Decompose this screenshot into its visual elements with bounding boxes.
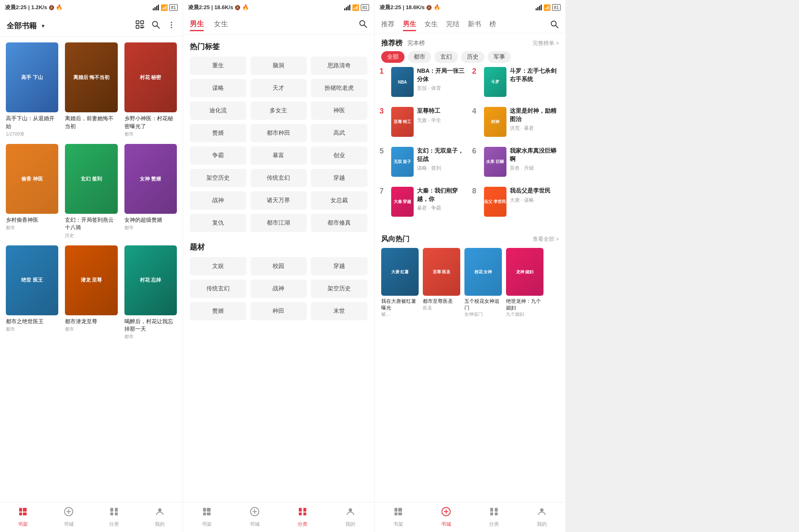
filter-pill-历史[interactable]: 历史 [461,51,484,63]
hot-tag-btn[interactable]: 都市种田 [251,124,307,142]
nav-label-书架: 书架 [18,521,28,528]
book-item[interactable]: 偷香 神医 乡村偷香神医 都市 [6,144,58,239]
hot-book-item[interactable]: 至尊 医圣 都市至尊医圣 医圣 [423,248,460,317]
book-item[interactable]: 玄幻 签到 玄幻：开局签到燕云十八骑 历史 [65,144,117,239]
book-title: 都市潜龙至尊 [65,318,117,325]
hot-tag-btn[interactable]: 暴富 [251,146,307,165]
book-item[interactable]: 离婚后 悔不当初 离婚后，前妻她悔不当初 [65,42,117,137]
rank-view-all[interactable]: 完整榜单 > [533,40,559,47]
rank-item[interactable]: 1 NBA NBA：开局一张三分体 竞技 · 体育 [380,67,468,97]
hot-book-item[interactable]: 龙神 媳妇 绝世龙神：九个媳妇 九个媳妇 [506,248,543,317]
hot-tag-btn[interactable]: 多女主 [251,101,307,120]
hot-section: 风向热门 查看全部 > 大唐 红薯 我在大唐被红薯曝光 被… 至尊 医圣 都市至… [375,229,566,322]
nav-item-我的[interactable]: 我的 [137,507,183,528]
hot-tag-btn[interactable]: 都市修真 [311,214,367,232]
rank-tags: 洪荒 · 暴君 [510,125,561,132]
hot-view-all-btn[interactable]: 查看全部 > [533,235,559,243]
nav-item-我的[interactable]: 我的 [326,507,374,528]
nav-item-分类[interactable]: 分类 [92,507,137,528]
hot-tag-btn[interactable]: 高武 [311,124,367,142]
book-item[interactable]: 村花 忘掉 喝醉后，村花让我忘掉那一天 都市 [124,245,177,340]
nav-item-书架[interactable]: 书架 [183,507,231,528]
more-icon[interactable] [167,20,176,31]
rankings-tab-女生[interactable]: 女生 [424,20,438,30]
rankings-tab-推荐[interactable]: 推荐 [381,20,395,30]
subject-tag-btn[interactable]: 种田 [251,302,307,320]
nav-item-分类[interactable]: 分类 [279,507,327,528]
subject-tag-btn[interactable]: 穿越 [311,257,367,275]
hot-tag-btn[interactable]: 传统玄幻 [251,169,307,187]
rank-item[interactable]: 2 斗罗 斗罗：左手七杀剑右手系统 [472,67,561,97]
hot-tag-btn[interactable]: 脑洞 [251,57,307,75]
bookshelf-panel: 凌晨2:25 | 1.2K/s 🔕 🔥 📶 81 全部书籍 ▾ [0,0,183,532]
hot-section-header: 风向热门 查看全部 > [381,234,559,244]
rank-item[interactable]: 3 至尊 特工 至尊特工 无敌 · 学生 [380,107,468,137]
book-item[interactable]: 高手 下山 高手下山：从退婚开始 1/2709章 [6,42,58,137]
rankings-tab-完结[interactable]: 完结 [446,20,459,30]
hot-tag-btn[interactable]: 复仇 [190,214,246,232]
hot-tag-btn[interactable]: 迪化流 [190,101,246,120]
search-icon[interactable] [151,20,160,31]
header-dropdown-icon[interactable]: ▾ [42,22,45,29]
subjects-grid: 文娱校园穿越传统玄幻战神架空历史赘婿种田末世 [183,257,374,324]
nav-item-书城[interactable]: 书城 [422,507,470,528]
subject-tag-btn[interactable]: 传统玄幻 [190,280,246,298]
filter-pill-都市[interactable]: 都市 [408,51,431,63]
rank-number: 6 [472,147,481,156]
book-cover: 绝世 医王 [6,245,58,315]
subject-tag-btn[interactable]: 战神 [251,280,307,298]
hot-tag-btn[interactable]: 思路清奇 [311,57,367,75]
subject-tag-btn[interactable]: 架空历史 [311,280,367,298]
hot-tag-btn[interactable]: 战神 [190,191,246,210]
filter-pill-玄幻[interactable]: 玄幻 [434,51,458,63]
tab-女生[interactable]: 女生 [214,19,228,30]
hot-tag-btn[interactable]: 赘婿 [190,124,246,142]
hot-tag-btn[interactable]: 诸天万界 [251,191,307,210]
rank-section-sub[interactable]: 完本榜 [407,40,425,47]
tab-男生[interactable]: 男生 [190,19,204,30]
rankings-search-icon[interactable] [550,20,559,31]
rank-info: 大秦：我们刚穿越，你 暴君 · 争霸 [417,187,468,212]
subject-tag-btn[interactable]: 末世 [311,302,367,320]
hot-tag-btn[interactable]: 创业 [311,146,367,165]
nav-item-书城[interactable]: 书城 [231,507,279,528]
filter-pill-全部[interactable]: 全部 [381,51,404,63]
nav-icon-书城 [250,507,260,519]
nav-item-书架[interactable]: 书架 [375,507,422,528]
subject-tag-btn[interactable]: 校园 [251,257,307,275]
book-item[interactable]: 村花 秘密 乡野小神医：村花秘密曝光了 都市 [124,42,177,137]
category-search-icon[interactable] [358,19,367,31]
hot-tag-btn[interactable]: 都市江湖 [251,214,307,232]
hot-tag-btn[interactable]: 神医 [311,101,367,120]
hot-book-item[interactable]: 校花 女神 五个校花女神追门 女神追门 [464,248,502,317]
book-item[interactable]: 女神 赘婿 女神的超级赘婿 都市 [124,144,177,239]
hot-tag-btn[interactable]: 架空历史 [190,169,246,187]
hot-book-sub: 被… [381,311,419,317]
hot-book-item[interactable]: 大唐 红薯 我在大唐被红薯曝光 被… [381,248,419,317]
rank-item[interactable]: 4 封神 这里是封神，励精图治 洪荒 · 暴君 [472,107,561,137]
nav-item-书架[interactable]: 书架 [0,507,46,528]
book-item[interactable]: 绝世 医王 都市之绝世医王 都市 [6,245,58,340]
rankings-tab-榜[interactable]: 榜 [489,20,496,30]
rank-item[interactable]: 7 大秦 穿越 大秦：我们刚穿越，你 暴君 · 争霸 [380,187,468,217]
hot-tag-btn[interactable]: 扮猪吃老虎 [311,79,367,97]
book-item[interactable]: 潜龙 至尊 都市潜龙至尊 都市 [65,245,117,340]
subject-tag-btn[interactable]: 文娱 [190,257,246,275]
nav-item-我的[interactable]: 我的 [518,507,566,528]
nav-item-分类[interactable]: 分类 [470,507,518,528]
hot-tag-btn[interactable]: 女总裁 [311,191,367,210]
subject-tag-btn[interactable]: 赘婿 [190,302,246,320]
rankings-tab-男生[interactable]: 男生 [403,20,416,30]
hot-tag-btn[interactable]: 重生 [190,57,246,75]
hot-tag-btn[interactable]: 穿越 [311,169,367,187]
rank-item[interactable]: 5 无双 皇子 玄幻：无双皇子，征战 谋略 · 签到 [380,147,468,177]
hot-tag-btn[interactable]: 争霸 [190,146,246,165]
rank-item[interactable]: 8 岳父 李世民 我岳父是李世民 大唐 · 谋略 [472,187,561,217]
filter-pill-军事[interactable]: 军事 [488,51,511,63]
scan-icon[interactable] [135,20,144,31]
hot-tag-btn[interactable]: 天才 [251,79,307,97]
rankings-tab-新书[interactable]: 新书 [468,20,481,30]
hot-tag-btn[interactable]: 谋略 [190,79,246,97]
rank-item[interactable]: 6 水库 巨蟒 我家水库真没巨蟒啊 异兽 · 升级 [472,147,561,177]
nav-item-书城[interactable]: 书城 [46,507,92,528]
